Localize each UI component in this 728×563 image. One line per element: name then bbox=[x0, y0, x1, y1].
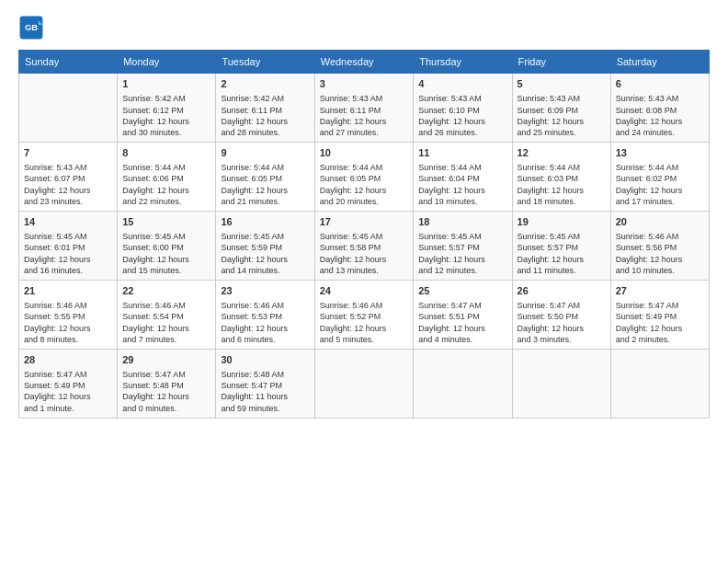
header-cell-saturday: Saturday bbox=[610, 51, 709, 74]
calendar-cell: 6Sunrise: 5:43 AM Sunset: 6:08 PM Daylig… bbox=[610, 74, 709, 143]
calendar-cell bbox=[314, 349, 413, 418]
day-info: Sunrise: 5:47 AM Sunset: 5:49 PM Dayligh… bbox=[24, 369, 112, 414]
day-number: 23 bbox=[221, 284, 309, 298]
day-info: Sunrise: 5:47 AM Sunset: 5:50 PM Dayligh… bbox=[518, 300, 606, 345]
day-info: Sunrise: 5:44 AM Sunset: 6:02 PM Dayligh… bbox=[616, 162, 704, 207]
calendar-cell: 21Sunrise: 5:46 AM Sunset: 5:55 PM Dayli… bbox=[19, 280, 118, 349]
calendar-week-1: 1Sunrise: 5:42 AM Sunset: 6:12 PM Daylig… bbox=[19, 74, 710, 143]
day-number: 26 bbox=[518, 284, 606, 298]
calendar-cell bbox=[414, 349, 512, 418]
day-number: 27 bbox=[616, 284, 704, 298]
calendar-week-2: 7Sunrise: 5:43 AM Sunset: 6:07 PM Daylig… bbox=[19, 142, 710, 211]
page-header: GB bbox=[18, 15, 710, 40]
calendar-cell: 3Sunrise: 5:43 AM Sunset: 6:11 PM Daylig… bbox=[314, 74, 413, 143]
calendar-cell: 14Sunrise: 5:45 AM Sunset: 6:01 PM Dayli… bbox=[19, 211, 118, 280]
day-number: 29 bbox=[122, 353, 210, 367]
calendar-cell: 27Sunrise: 5:47 AM Sunset: 5:49 PM Dayli… bbox=[610, 280, 709, 349]
day-info: Sunrise: 5:46 AM Sunset: 5:52 PM Dayligh… bbox=[320, 300, 408, 345]
header-cell-thursday: Thursday bbox=[414, 51, 512, 74]
header-cell-wednesday: Wednesday bbox=[314, 51, 413, 74]
calendar-cell: 2Sunrise: 5:42 AM Sunset: 6:11 PM Daylig… bbox=[216, 74, 314, 143]
day-number: 5 bbox=[518, 77, 606, 91]
day-info: Sunrise: 5:42 AM Sunset: 6:11 PM Dayligh… bbox=[221, 93, 309, 138]
day-info: Sunrise: 5:43 AM Sunset: 6:11 PM Dayligh… bbox=[320, 93, 408, 138]
calendar-cell: 13Sunrise: 5:44 AM Sunset: 6:02 PM Dayli… bbox=[610, 142, 709, 211]
day-info: Sunrise: 5:45 AM Sunset: 5:59 PM Dayligh… bbox=[221, 231, 309, 276]
calendar-header: SundayMondayTuesdayWednesdayThursdayFrid… bbox=[19, 51, 710, 74]
day-info: Sunrise: 5:46 AM Sunset: 5:53 PM Dayligh… bbox=[221, 300, 309, 345]
day-number: 16 bbox=[221, 215, 309, 229]
day-info: Sunrise: 5:45 AM Sunset: 5:57 PM Dayligh… bbox=[418, 231, 506, 276]
header-row: SundayMondayTuesdayWednesdayThursdayFrid… bbox=[19, 51, 710, 74]
calendar-cell: 8Sunrise: 5:44 AM Sunset: 6:06 PM Daylig… bbox=[118, 142, 216, 211]
calendar-body: 1Sunrise: 5:42 AM Sunset: 6:12 PM Daylig… bbox=[19, 74, 710, 419]
day-info: Sunrise: 5:45 AM Sunset: 5:57 PM Dayligh… bbox=[518, 231, 606, 276]
calendar-cell bbox=[610, 349, 709, 418]
day-number: 6 bbox=[616, 77, 704, 91]
logo-icon: GB bbox=[18, 15, 44, 40]
calendar-cell: 16Sunrise: 5:45 AM Sunset: 5:59 PM Dayli… bbox=[216, 211, 314, 280]
day-info: Sunrise: 5:44 AM Sunset: 6:05 PM Dayligh… bbox=[320, 162, 408, 207]
day-info: Sunrise: 5:46 AM Sunset: 5:54 PM Dayligh… bbox=[122, 300, 210, 345]
day-number: 12 bbox=[518, 146, 606, 160]
calendar-cell: 9Sunrise: 5:44 AM Sunset: 6:05 PM Daylig… bbox=[216, 142, 314, 211]
day-info: Sunrise: 5:46 AM Sunset: 5:56 PM Dayligh… bbox=[616, 231, 704, 276]
day-number: 21 bbox=[24, 284, 112, 298]
calendar-week-3: 14Sunrise: 5:45 AM Sunset: 6:01 PM Dayli… bbox=[19, 211, 710, 280]
day-info: Sunrise: 5:45 AM Sunset: 6:01 PM Dayligh… bbox=[24, 231, 112, 276]
day-number: 30 bbox=[221, 353, 309, 367]
calendar-cell: 20Sunrise: 5:46 AM Sunset: 5:56 PM Dayli… bbox=[610, 211, 709, 280]
header-cell-friday: Friday bbox=[512, 51, 610, 74]
logo: GB bbox=[18, 15, 48, 40]
day-number: 10 bbox=[320, 146, 408, 160]
day-number: 13 bbox=[616, 146, 704, 160]
calendar-cell: 1Sunrise: 5:42 AM Sunset: 6:12 PM Daylig… bbox=[118, 74, 216, 143]
day-info: Sunrise: 5:44 AM Sunset: 6:06 PM Dayligh… bbox=[122, 162, 210, 207]
day-info: Sunrise: 5:45 AM Sunset: 6:00 PM Dayligh… bbox=[122, 231, 210, 276]
day-info: Sunrise: 5:47 AM Sunset: 5:49 PM Dayligh… bbox=[616, 300, 704, 345]
calendar-cell: 23Sunrise: 5:46 AM Sunset: 5:53 PM Dayli… bbox=[216, 280, 314, 349]
day-info: Sunrise: 5:43 AM Sunset: 6:08 PM Dayligh… bbox=[616, 93, 704, 138]
day-number: 2 bbox=[221, 77, 309, 91]
calendar-cell: 18Sunrise: 5:45 AM Sunset: 5:57 PM Dayli… bbox=[414, 211, 512, 280]
header-cell-tuesday: Tuesday bbox=[216, 51, 314, 74]
day-info: Sunrise: 5:47 AM Sunset: 5:48 PM Dayligh… bbox=[122, 369, 210, 414]
calendar-cell: 22Sunrise: 5:46 AM Sunset: 5:54 PM Dayli… bbox=[118, 280, 216, 349]
day-info: Sunrise: 5:45 AM Sunset: 5:58 PM Dayligh… bbox=[320, 231, 408, 276]
calendar-cell: 25Sunrise: 5:47 AM Sunset: 5:51 PM Dayli… bbox=[414, 280, 512, 349]
calendar-cell: 29Sunrise: 5:47 AM Sunset: 5:48 PM Dayli… bbox=[118, 349, 216, 418]
day-number: 4 bbox=[418, 77, 506, 91]
calendar-cell: 17Sunrise: 5:45 AM Sunset: 5:58 PM Dayli… bbox=[314, 211, 413, 280]
calendar-week-5: 28Sunrise: 5:47 AM Sunset: 5:49 PM Dayli… bbox=[19, 349, 710, 418]
calendar-cell bbox=[512, 349, 610, 418]
calendar-cell: 28Sunrise: 5:47 AM Sunset: 5:49 PM Dayli… bbox=[19, 349, 118, 418]
calendar-cell: 19Sunrise: 5:45 AM Sunset: 5:57 PM Dayli… bbox=[512, 211, 610, 280]
calendar-cell: 11Sunrise: 5:44 AM Sunset: 6:04 PM Dayli… bbox=[414, 142, 512, 211]
calendar-cell: 30Sunrise: 5:48 AM Sunset: 5:47 PM Dayli… bbox=[216, 349, 314, 418]
calendar-cell: 10Sunrise: 5:44 AM Sunset: 6:05 PM Dayli… bbox=[314, 142, 413, 211]
calendar-cell: 5Sunrise: 5:43 AM Sunset: 6:09 PM Daylig… bbox=[512, 74, 610, 143]
calendar-cell: 7Sunrise: 5:43 AM Sunset: 6:07 PM Daylig… bbox=[19, 142, 118, 211]
day-number: 19 bbox=[518, 215, 606, 229]
day-number: 22 bbox=[122, 284, 210, 298]
calendar-cell: 26Sunrise: 5:47 AM Sunset: 5:50 PM Dayli… bbox=[512, 280, 610, 349]
day-info: Sunrise: 5:42 AM Sunset: 6:12 PM Dayligh… bbox=[122, 93, 210, 138]
day-number: 15 bbox=[122, 215, 210, 229]
calendar-cell: 12Sunrise: 5:44 AM Sunset: 6:03 PM Dayli… bbox=[512, 142, 610, 211]
calendar-table: SundayMondayTuesdayWednesdayThursdayFrid… bbox=[18, 50, 710, 419]
day-number: 14 bbox=[24, 215, 112, 229]
calendar-cell: 15Sunrise: 5:45 AM Sunset: 6:00 PM Dayli… bbox=[118, 211, 216, 280]
calendar-cell: 4Sunrise: 5:43 AM Sunset: 6:10 PM Daylig… bbox=[414, 74, 512, 143]
calendar-cell bbox=[19, 74, 118, 143]
day-info: Sunrise: 5:43 AM Sunset: 6:09 PM Dayligh… bbox=[518, 93, 606, 138]
day-number: 17 bbox=[320, 215, 408, 229]
day-info: Sunrise: 5:43 AM Sunset: 6:07 PM Dayligh… bbox=[24, 162, 112, 207]
day-number: 7 bbox=[24, 146, 112, 160]
header-cell-sunday: Sunday bbox=[19, 51, 118, 74]
day-number: 1 bbox=[122, 77, 210, 91]
day-info: Sunrise: 5:44 AM Sunset: 6:05 PM Dayligh… bbox=[221, 162, 309, 207]
day-number: 25 bbox=[418, 284, 506, 298]
day-info: Sunrise: 5:46 AM Sunset: 5:55 PM Dayligh… bbox=[24, 300, 112, 345]
svg-text:GB: GB bbox=[25, 23, 38, 32]
day-info: Sunrise: 5:48 AM Sunset: 5:47 PM Dayligh… bbox=[221, 369, 309, 414]
